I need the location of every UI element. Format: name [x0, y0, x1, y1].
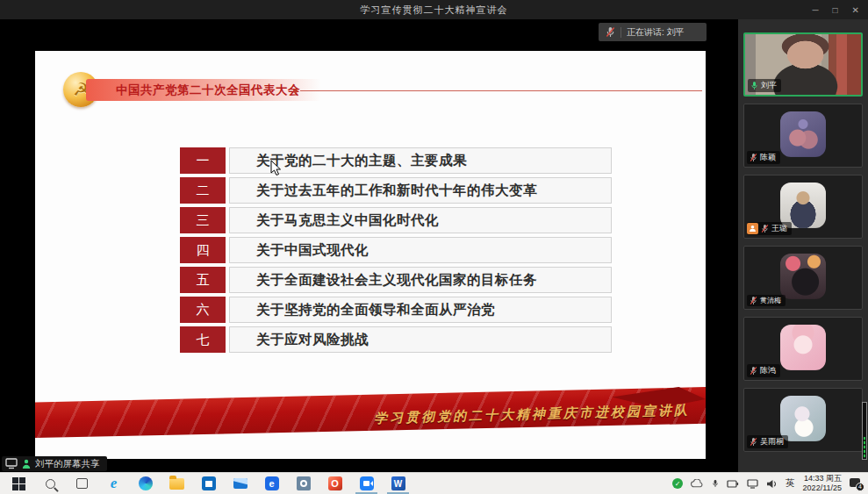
participant-tile-wuyutong[interactable]: 吴雨桐 — [743, 388, 863, 452]
maximize-button[interactable]: □ — [833, 5, 838, 15]
camera-icon — [297, 476, 311, 490]
notification-center-button[interactable]: 4 — [850, 478, 863, 490]
mail-button[interactable] — [232, 476, 248, 492]
start-button[interactable] — [11, 476, 27, 492]
meeting-window: 学习宣传贯彻二十大精神宣讲会 ─ □ ✕ 正在讲话: 刘平 ☭ 中国共 — [0, 0, 868, 494]
avatar — [780, 395, 826, 440]
cloud-tray-icon[interactable] — [691, 479, 704, 488]
row-number-cell: 一 — [180, 147, 226, 174]
row-number-cell: 五 — [180, 267, 226, 293]
search-icon — [46, 479, 55, 489]
task-view-button[interactable] — [74, 476, 90, 492]
microphone-tray-icon[interactable] — [712, 478, 719, 489]
clock[interactable]: 14:33 周五 2022/11/25 — [803, 474, 842, 494]
mic-muted-icon — [750, 366, 757, 376]
presentation-slide: ☭ 中国共产党第二十次全国代表大会 一 关于党的二十大的主题、主要成果 二 关于… — [35, 51, 706, 459]
table-row: 五 关于全面建设社会主义现代化国家的目标任务 — [180, 267, 612, 293]
host-badge-icon — [747, 223, 758, 234]
office-button[interactable]: O — [326, 476, 343, 492]
word-button[interactable]: W — [390, 476, 406, 492]
row-number-cell: 三 — [180, 207, 226, 233]
microsoft-store-button[interactable] — [200, 476, 217, 492]
row-number-cell: 四 — [180, 237, 226, 263]
participant-name: 王璐 — [771, 223, 787, 234]
participant-name-chip: 吴雨桐 — [747, 435, 788, 448]
windows-taskbar: e e O W ✓ — [0, 472, 868, 494]
table-row: 七 关于应对风险挑战 — [180, 326, 612, 353]
ime-indicator[interactable]: 英 — [786, 477, 795, 490]
participant-tile-huangqingmei[interactable]: 黄清梅 — [743, 246, 863, 310]
antivirus-tray-icon[interactable]: ✓ — [672, 478, 683, 489]
folder-icon — [169, 478, 184, 490]
office-icon: O — [328, 476, 342, 490]
browser-app-button[interactable]: e — [263, 476, 280, 492]
row-number-cell: 七 — [180, 326, 226, 353]
table-row: 三 关于马克思主义中国化时代化 — [180, 207, 612, 233]
battery-tray-icon[interactable] — [727, 479, 739, 489]
minimize-button[interactable]: ─ — [812, 5, 818, 15]
mic-muted-icon — [761, 224, 769, 233]
speaker-tray-icon[interactable] — [766, 479, 778, 489]
participant-name: 刘平 — [761, 80, 777, 91]
scrollbar-thumb — [864, 437, 865, 458]
row-number-cell: 二 — [180, 177, 226, 204]
tencent-meeting-button[interactable] — [358, 476, 375, 492]
mic-muted-icon — [750, 153, 757, 162]
table-row: 二 关于过去五年的工作和新时代十年的伟大变革 — [180, 177, 612, 204]
participant-tile-liuping[interactable]: 刘平 — [743, 32, 863, 97]
row-text-cell: 关于全面建设社会主义现代化国家的目标任务 — [229, 267, 612, 293]
slide-header-banner: 中国共产党第二十次全国代表大会 — [86, 79, 321, 101]
row-text-cell: 关于坚持党的全面领导和全面从严治党 — [229, 297, 612, 323]
file-explorer-button[interactable] — [169, 476, 185, 492]
slide-header-title: 中国共产党第二十次全国代表大会 — [116, 82, 300, 98]
mic-on-icon — [750, 81, 758, 90]
slide-footer-ribbon: 学习贯彻党的二十大精神重庆市进校园宣讲队 — [35, 387, 706, 438]
participant-tile-wanglu[interactable]: 王璐 — [743, 175, 863, 239]
participant-name-chip: 陈颖 — [747, 151, 780, 164]
windows-logo-icon — [12, 477, 25, 490]
speaking-toast: 正在讲话: 刘平 — [599, 23, 707, 41]
avatar — [780, 253, 826, 298]
window-controls: ─ □ ✕ — [812, 0, 859, 19]
edge-button[interactable] — [137, 476, 154, 492]
presenter-mic-icon — [22, 459, 31, 469]
row-text-cell: 关于党的二十大的主题、主要成果 — [229, 147, 612, 174]
mail-icon — [233, 478, 247, 489]
edge-icon — [139, 476, 153, 490]
participant-name: 吴雨桐 — [760, 436, 784, 447]
participant-name: 黄清梅 — [760, 296, 781, 305]
sidebar-scrollbar[interactable] — [862, 402, 867, 460]
window-title: 学习宣传贯彻二十大精神宣讲会 — [361, 4, 508, 17]
internet-explorer-button[interactable]: e — [105, 476, 122, 492]
mouse-cursor-icon — [270, 160, 282, 176]
table-row: 一 关于党的二十大的主题、主要成果 — [180, 147, 612, 174]
participant-tile-chenhong[interactable]: 陈鸿 — [743, 317, 863, 381]
mic-muted-icon — [750, 437, 757, 447]
network-tray-icon[interactable] — [747, 479, 758, 489]
topic-table: 一 关于党的二十大的主题、主要成果 二 关于过去五年的工作和新时代十年的伟大变革… — [180, 147, 612, 356]
clock-time: 14:33 周五 — [803, 474, 842, 483]
row-text-cell: 关于过去五年的工作和新时代十年的伟大变革 — [229, 177, 612, 204]
row-number-cell: 六 — [180, 297, 226, 323]
participant-tile-chenying[interactable]: 陈颖 — [743, 104, 863, 168]
participant-name: 陈颖 — [760, 152, 776, 163]
header-line-dot — [293, 89, 298, 93]
row-text-cell: 关于马克思主义中国化时代化 — [229, 207, 612, 233]
notification-count-badge: 4 — [856, 483, 864, 491]
clock-date: 2022/11/25 — [803, 483, 842, 493]
close-button[interactable]: ✕ — [852, 5, 859, 15]
muted-mic-icon — [606, 26, 615, 38]
search-button[interactable] — [42, 476, 59, 492]
store-icon — [202, 476, 216, 490]
avatar — [780, 111, 826, 156]
toast-divider — [621, 27, 621, 38]
camera-app-button[interactable] — [295, 476, 312, 492]
mic-muted-icon — [750, 296, 757, 305]
table-row: 四 关于中国式现代化 — [180, 237, 612, 263]
header-line — [300, 90, 702, 91]
screen-share-label-text: 刘平的屏幕共享 — [35, 458, 100, 470]
row-text-cell: 关于应对风险挑战 — [229, 326, 612, 353]
table-row: 六 关于坚持党的全面领导和全面从严治党 — [180, 297, 612, 323]
taskbar-app-icons: e e O W — [11, 476, 406, 492]
screen-share-label: 刘平的屏幕共享 — [2, 456, 107, 471]
